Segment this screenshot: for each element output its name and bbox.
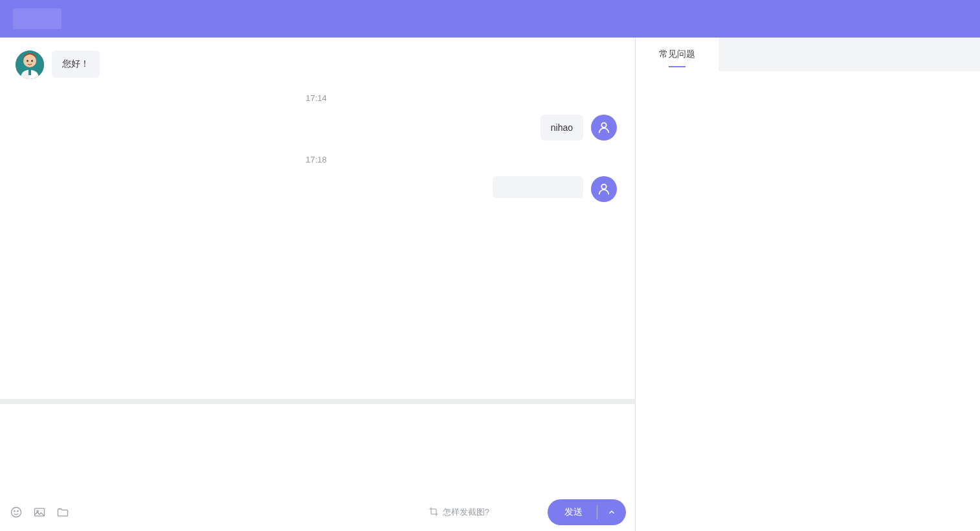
message-bubble: nihao bbox=[540, 115, 583, 141]
tab-faq[interactable]: 常见问题 bbox=[636, 38, 718, 71]
app-logo bbox=[13, 8, 61, 29]
svg-point-8 bbox=[14, 511, 15, 512]
message-row-agent: 您好！ bbox=[16, 51, 617, 79]
send-button[interactable]: 发送 bbox=[548, 499, 626, 525]
chat-input-area: 怎样发截图? 发送 bbox=[0, 404, 635, 531]
tab-active-indicator bbox=[669, 66, 685, 67]
message-row-user: nihao bbox=[16, 115, 617, 141]
message-row-user bbox=[16, 176, 617, 202]
user-avatar bbox=[591, 115, 617, 141]
chat-messages-scroll[interactable]: 您好！ 17:14 nihao 17:18 bbox=[0, 38, 635, 399]
side-tabs-empty bbox=[718, 38, 980, 71]
main-container: 您好！ 17:14 nihao 17:18 bbox=[0, 38, 980, 531]
tab-label: 常见问题 bbox=[659, 49, 695, 60]
chat-input-divider bbox=[0, 399, 635, 404]
message-input[interactable] bbox=[0, 404, 635, 500]
emoji-icon[interactable] bbox=[9, 505, 23, 519]
timestamp: 17:14 bbox=[16, 93, 617, 103]
side-tabs: 常见问题 bbox=[636, 38, 980, 71]
send-button-label: 发送 bbox=[548, 506, 597, 518]
svg-point-5 bbox=[601, 123, 606, 128]
message-text: nihao bbox=[551, 122, 573, 133]
input-footer: 怎样发截图? 发送 bbox=[0, 500, 635, 531]
side-panel: 常见问题 bbox=[636, 38, 980, 531]
message-bubble-redacted bbox=[493, 176, 583, 198]
agent-avatar bbox=[16, 51, 44, 79]
svg-point-3 bbox=[31, 60, 33, 62]
send-options-button[interactable] bbox=[597, 508, 626, 517]
svg-point-2 bbox=[27, 60, 28, 62]
svg-point-7 bbox=[12, 508, 21, 517]
chat-panel: 您好！ 17:14 nihao 17:18 bbox=[0, 38, 636, 531]
timestamp: 17:18 bbox=[16, 155, 617, 164]
crop-icon bbox=[429, 506, 439, 519]
message-bubble: 您好！ bbox=[52, 51, 100, 78]
svg-point-1 bbox=[23, 54, 36, 67]
svg-rect-4 bbox=[28, 70, 31, 75]
screenshot-hint-button[interactable]: 怎样发截图? bbox=[429, 506, 489, 519]
svg-point-6 bbox=[601, 185, 606, 189]
app-header bbox=[0, 0, 980, 38]
side-content bbox=[636, 71, 980, 531]
message-text: 您好！ bbox=[62, 58, 89, 69]
folder-icon[interactable] bbox=[56, 505, 70, 519]
svg-point-9 bbox=[17, 511, 18, 512]
svg-point-11 bbox=[37, 510, 39, 512]
screenshot-hint-text: 怎样发截图? bbox=[443, 506, 489, 518]
user-avatar bbox=[591, 176, 617, 202]
image-icon[interactable] bbox=[32, 505, 47, 519]
input-toolbar bbox=[9, 505, 70, 519]
